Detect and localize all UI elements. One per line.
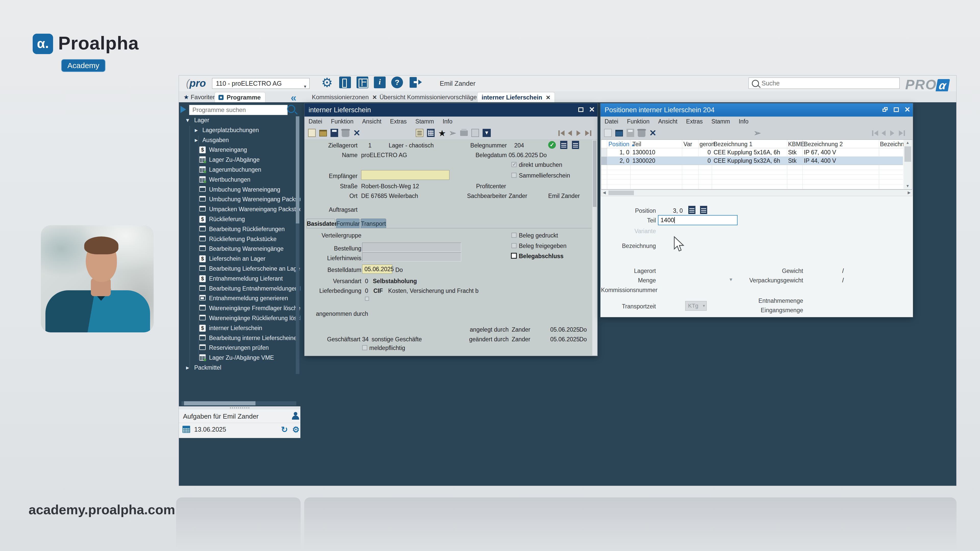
tab-transport[interactable]: Transport [361,219,386,228]
menu-extras[interactable]: Extras [390,118,407,125]
sammellieferschein-checkbox[interactable] [511,173,517,178]
tree-item[interactable]: Bearbeitung Rücklieferungen [179,225,301,234]
table-horizontal-scrollbar[interactable]: ◀ ▶ [601,189,912,196]
nav-next-icon[interactable] [890,130,894,136]
delete-trash-icon[interactable] [342,129,349,137]
tree-item[interactable]: Umbuchung Wareneingang Packstück [179,195,301,204]
column-header-var[interactable]: Var [683,141,692,148]
menu-funktion[interactable]: Funktion [331,118,353,125]
close-icon[interactable]: ✕ [546,94,550,101]
document-list-icon[interactable] [572,141,579,149]
global-search[interactable] [749,78,900,89]
lieferhinweis-input[interactable] [362,252,461,262]
menu-funktion[interactable]: Funktion [627,118,649,125]
bestelldatum-input[interactable]: 05.06.2025 [362,265,392,274]
new-document-icon[interactable] [308,129,316,137]
company-select[interactable]: 110 - proELECTRO AG ▾ [212,78,310,89]
tree-item[interactable]: Bearbeitung Entnahmemeldungen Lief [179,285,301,293]
tree-item[interactable]: Entnahmemeldung Lieferant [179,275,301,283]
transportzeit-unit-select[interactable]: KTg▾ [685,301,707,311]
help-icon[interactable]: ? [391,76,404,89]
scroll-right-icon[interactable]: ▶ [907,190,911,195]
tree-item[interactable]: Reservierungen prüfen [179,344,301,353]
tree-item[interactable]: Bearbeitung interne Lieferscheine [179,334,301,343]
archive-icon[interactable]: ▼ [483,129,491,137]
tab-formular[interactable]: Formular [336,219,360,228]
maximize-icon[interactable] [894,107,899,112]
dropdown-caret-icon[interactable]: ▼ [729,277,733,283]
document-list-icon[interactable] [700,206,707,214]
direkt-umbuchen-checkbox[interactable] [511,162,517,167]
report-icon[interactable] [416,129,423,137]
table-row[interactable]: 1, 0 1300010 0 CEE Kupplung 5x16A, 6h St… [601,148,903,157]
menu-stamm[interactable]: Stamm [711,118,730,125]
add-text-icon[interactable] [688,206,695,214]
tree-item[interactable]: Lieferschein an Lager [179,255,301,264]
tree-item[interactable]: ▾Lager [179,116,301,125]
menu-ansicht[interactable]: Ansicht [658,118,677,125]
save-icon[interactable] [331,129,338,137]
bestellung-input[interactable] [362,243,461,252]
column-header-bezeichnung2[interactable]: Bezeichnung 2 [804,141,843,148]
calendar-grid-icon[interactable] [427,129,434,137]
nav-first-icon[interactable] [558,130,565,136]
window-panel-icon[interactable] [339,76,352,89]
chevron-right-icon[interactable]: ▸ [195,126,198,134]
send-icon[interactable]: ➢ [754,129,761,137]
person-icon[interactable] [292,412,299,420]
menu-ansicht[interactable]: Ansicht [362,118,381,125]
tree-item[interactable]: ▸Ausgaben [179,136,301,145]
close-icon[interactable]: ✕ [904,106,910,114]
tree-item[interactable]: Wertbuchungen [179,176,301,184]
favorite-star-icon[interactable]: ★ [438,129,446,137]
send-icon[interactable]: ➢ [449,129,457,137]
empfaenger-input[interactable] [361,170,449,180]
tree-item[interactable]: Bearbeitung Lieferscheine an Lager [179,265,301,273]
refresh-icon[interactable]: ↻ [281,425,288,434]
tab-programme[interactable]: Programme [215,92,266,103]
logout-door-icon[interactable] [409,76,421,89]
scroll-down-icon[interactable]: ▼ [906,184,910,188]
print-icon[interactable] [460,130,468,136]
tree-item[interactable]: Wareneingänge Rücklieferung löschen [179,314,301,323]
open-folder-icon[interactable] [319,130,327,137]
nav-last-icon[interactable] [585,130,591,136]
tree-item[interactable]: Wareneingänge Fremdlager löschen [179,304,301,313]
tree-item[interactable]: Wareneingang [179,146,301,155]
delete-trash-icon[interactable] [638,129,646,137]
play-arrow-icon[interactable] [180,106,186,113]
tree-item[interactable]: interner Lieferschein [179,324,301,333]
nav-last-icon[interactable] [899,130,905,136]
edit-note-icon[interactable] [560,141,567,149]
tree-item[interactable]: Rücklieferung Packstücke [179,235,301,244]
doc-tab-interner-lieferschein[interactable]: interner Lieferschein✕ [477,92,555,103]
settings-gear-icon[interactable]: ⚙ [321,76,334,89]
search-icon[interactable] [287,105,295,113]
column-header-position[interactable]: Position ▲ [608,141,635,148]
window-titlebar[interactable]: Positionen interner Lieferschein 204 ✕ [600,103,913,117]
tree-item[interactable]: ▸Lagerplatzbuchungen [179,126,301,135]
gear-icon[interactable]: ⚙ [292,425,300,434]
nav-previous-icon[interactable] [568,130,572,136]
tasks-date[interactable]: 13.06.2025 [194,426,226,433]
tree-item[interactable]: Entnahmemeldung generieren [179,294,301,303]
cancel-icon[interactable]: ✕ [649,129,657,137]
document-icon[interactable] [471,129,479,137]
table-vertical-scrollbar[interactable]: ▲ ▼ [904,140,912,189]
column-header-kbme[interactable]: KBME [788,141,805,148]
menu-info[interactable]: Info [442,118,452,125]
tree-item[interactable]: Rücklieferung [179,215,301,224]
info-icon[interactable]: i [374,76,386,89]
column-header-bezeichnung1[interactable]: Bezeichnung 1 [714,141,752,148]
column-header-lagerort[interactable]: gerort [700,141,715,148]
restore-icon[interactable] [883,107,888,112]
calendar-icon[interactable] [183,426,190,433]
tree-item[interactable]: Umbuchung Wareneingang [179,186,301,194]
tab-basisdaten[interactable]: Basisdaten [307,219,335,228]
chevron-right-icon[interactable]: ▸ [186,364,189,372]
chevron-down-icon[interactable]: ▾ [186,116,189,124]
tree-vertical-scrollbar[interactable] [296,116,299,374]
scroll-up-icon[interactable]: ▲ [906,140,910,144]
menu-extras[interactable]: Extras [686,118,703,125]
tree-item[interactable]: Lagerumbuchungen [179,166,301,175]
